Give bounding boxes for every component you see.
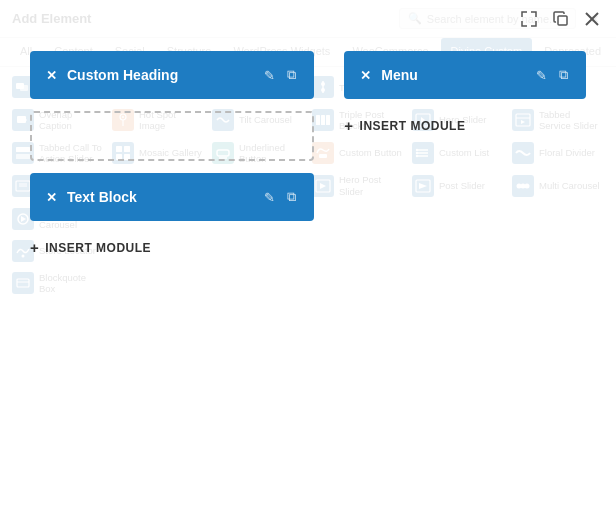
text-block-block[interactable]: ✕ Text Block ✎ ⧉ — [30, 173, 314, 221]
text-block-actions: ✎ ⧉ — [262, 187, 298, 207]
remove-menu-icon[interactable]: ✕ — [360, 68, 371, 83]
copy-menu-button[interactable]: ⧉ — [557, 65, 570, 85]
insert-module-label-right: INSERT MODULE — [360, 119, 466, 133]
custom-heading-title: Custom Heading — [67, 67, 252, 83]
expand-button[interactable] — [518, 8, 540, 33]
remove-text-block-icon[interactable]: ✕ — [46, 190, 57, 205]
custom-heading-actions: ✎ ⧉ — [262, 65, 298, 85]
right-column: ✕ Menu ✎ ⧉ + INSERT MODULE — [344, 51, 586, 140]
overlay-close-button[interactable] — [582, 9, 602, 32]
overlay-topbar — [0, 0, 616, 41]
plus-icon-left: + — [30, 239, 39, 256]
remove-custom-heading-icon[interactable]: ✕ — [46, 68, 57, 83]
menu-actions: ✎ ⧉ — [534, 65, 570, 85]
menu-block[interactable]: ✕ Menu ✎ ⧉ — [344, 51, 586, 99]
insert-module-label-left: INSERT MODULE — [45, 241, 151, 255]
edit-custom-heading-button[interactable]: ✎ — [262, 66, 277, 85]
insert-placeholder — [30, 111, 314, 161]
left-column: ✕ Custom Heading ✎ ⧉ ✕ Text Block ✎ ⧉ — [30, 51, 314, 262]
text-block-title: Text Block — [67, 189, 252, 205]
edit-menu-button[interactable]: ✎ — [534, 66, 549, 85]
copy-button[interactable] — [550, 8, 572, 33]
insert-module-button-left[interactable]: + INSERT MODULE — [30, 233, 314, 262]
menu-title: Menu — [381, 67, 524, 83]
svg-rect-62 — [558, 16, 567, 25]
plus-icon-right: + — [344, 117, 353, 134]
custom-heading-block[interactable]: ✕ Custom Heading ✎ ⧉ — [30, 51, 314, 99]
insert-module-button-right[interactable]: + INSERT MODULE — [344, 111, 586, 140]
copy-text-block-button[interactable]: ⧉ — [285, 187, 298, 207]
copy-custom-heading-button[interactable]: ⧉ — [285, 65, 298, 85]
module-overlay: ✕ Custom Heading ✎ ⧉ ✕ Text Block ✎ ⧉ — [0, 0, 616, 530]
overlay-content: ✕ Custom Heading ✎ ⧉ ✕ Text Block ✎ ⧉ — [0, 41, 616, 530]
edit-text-block-button[interactable]: ✎ — [262, 188, 277, 207]
add-element-panel: Add Element 🔍 × All Content Social Struc… — [0, 0, 616, 530]
